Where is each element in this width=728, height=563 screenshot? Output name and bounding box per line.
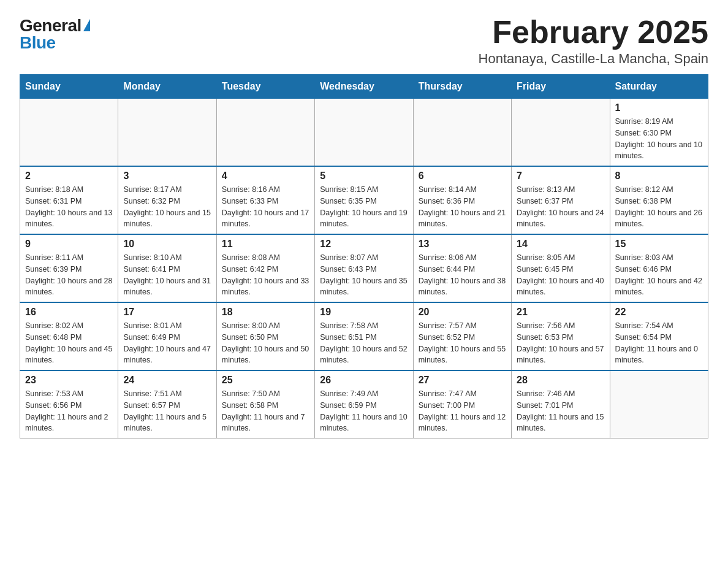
calendar-cell: 5Sunrise: 8:15 AM Sunset: 6:35 PM Daylig… <box>315 166 413 234</box>
calendar-cell <box>512 99 610 167</box>
page-header: General Blue February 2025 Hontanaya, Ca… <box>20 15 708 67</box>
day-number: 2 <box>25 170 113 182</box>
day-info: Sunrise: 7:58 AM Sunset: 6:51 PM Dayligh… <box>320 320 408 366</box>
day-info: Sunrise: 8:03 AM Sunset: 6:46 PM Dayligh… <box>615 252 703 298</box>
calendar-week-row: 16Sunrise: 8:02 AM Sunset: 6:48 PM Dayli… <box>20 302 708 370</box>
weekday-header-monday: Monday <box>118 75 216 99</box>
day-number: 24 <box>123 375 211 386</box>
calendar-cell: 6Sunrise: 8:14 AM Sunset: 6:36 PM Daylig… <box>413 166 511 234</box>
day-number: 10 <box>123 239 211 250</box>
calendar-cell: 12Sunrise: 8:07 AM Sunset: 6:43 PM Dayli… <box>315 234 413 302</box>
calendar-cell: 14Sunrise: 8:05 AM Sunset: 6:45 PM Dayli… <box>512 234 610 302</box>
day-info: Sunrise: 7:47 AM Sunset: 7:00 PM Dayligh… <box>419 388 506 434</box>
weekday-header-wednesday: Wednesday <box>315 75 413 99</box>
calendar-cell <box>216 99 314 167</box>
day-number: 22 <box>615 307 703 318</box>
calendar-cell: 1Sunrise: 8:19 AM Sunset: 6:30 PM Daylig… <box>610 99 708 167</box>
calendar-cell <box>118 99 216 167</box>
calendar-title-block: February 2025 Hontanaya, Castille-La Man… <box>479 15 708 67</box>
day-number: 12 <box>320 239 408 250</box>
day-number: 25 <box>222 375 309 386</box>
calendar-cell <box>413 99 511 167</box>
calendar-cell: 17Sunrise: 8:01 AM Sunset: 6:49 PM Dayli… <box>118 302 216 370</box>
day-number: 9 <box>25 239 113 250</box>
day-info: Sunrise: 8:10 AM Sunset: 6:41 PM Dayligh… <box>123 252 211 298</box>
day-info: Sunrise: 7:46 AM Sunset: 7:01 PM Dayligh… <box>517 388 604 434</box>
day-info: Sunrise: 8:15 AM Sunset: 6:35 PM Dayligh… <box>320 184 408 230</box>
day-number: 17 <box>123 307 211 318</box>
day-info: Sunrise: 8:00 AM Sunset: 6:50 PM Dayligh… <box>222 320 309 366</box>
day-info: Sunrise: 8:13 AM Sunset: 6:37 PM Dayligh… <box>517 184 604 230</box>
calendar-cell <box>315 99 413 167</box>
calendar-cell: 25Sunrise: 7:50 AM Sunset: 6:58 PM Dayli… <box>216 370 314 439</box>
day-number: 19 <box>320 307 408 318</box>
calendar-cell: 9Sunrise: 8:11 AM Sunset: 6:39 PM Daylig… <box>20 234 118 302</box>
logo-blue: Blue <box>20 33 56 52</box>
calendar-cell: 21Sunrise: 7:56 AM Sunset: 6:53 PM Dayli… <box>512 302 610 370</box>
day-info: Sunrise: 8:08 AM Sunset: 6:42 PM Dayligh… <box>222 252 309 298</box>
day-number: 6 <box>419 170 506 182</box>
calendar-cell: 8Sunrise: 8:12 AM Sunset: 6:38 PM Daylig… <box>610 166 708 234</box>
day-info: Sunrise: 7:51 AM Sunset: 6:57 PM Dayligh… <box>123 388 211 434</box>
calendar-cell: 4Sunrise: 8:16 AM Sunset: 6:33 PM Daylig… <box>216 166 314 234</box>
day-info: Sunrise: 8:11 AM Sunset: 6:39 PM Dayligh… <box>25 252 113 298</box>
day-number: 13 <box>419 239 506 250</box>
day-info: Sunrise: 8:05 AM Sunset: 6:45 PM Dayligh… <box>517 252 604 298</box>
day-info: Sunrise: 7:54 AM Sunset: 6:54 PM Dayligh… <box>615 320 703 366</box>
weekday-header-thursday: Thursday <box>413 75 511 99</box>
calendar-cell: 24Sunrise: 7:51 AM Sunset: 6:57 PM Dayli… <box>118 370 216 439</box>
weekday-header-row: SundayMondayTuesdayWednesdayThursdayFrid… <box>20 75 708 99</box>
day-number: 27 <box>419 375 506 386</box>
calendar-cell: 3Sunrise: 8:17 AM Sunset: 6:32 PM Daylig… <box>118 166 216 234</box>
day-info: Sunrise: 8:17 AM Sunset: 6:32 PM Dayligh… <box>123 184 211 230</box>
day-number: 18 <box>222 307 309 318</box>
calendar-week-row: 23Sunrise: 7:53 AM Sunset: 6:56 PM Dayli… <box>20 370 708 439</box>
logo-general: General <box>20 17 82 34</box>
day-info: Sunrise: 8:02 AM Sunset: 6:48 PM Dayligh… <box>25 320 113 366</box>
calendar-week-row: 2Sunrise: 8:18 AM Sunset: 6:31 PM Daylig… <box>20 166 708 234</box>
day-info: Sunrise: 8:06 AM Sunset: 6:44 PM Dayligh… <box>419 252 506 298</box>
calendar-cell: 22Sunrise: 7:54 AM Sunset: 6:54 PM Dayli… <box>610 302 708 370</box>
weekday-header-sunday: Sunday <box>20 75 118 99</box>
day-info: Sunrise: 8:12 AM Sunset: 6:38 PM Dayligh… <box>615 184 703 230</box>
logo: General Blue <box>20 17 90 52</box>
day-number: 4 <box>222 170 309 182</box>
day-number: 23 <box>25 375 113 386</box>
day-number: 20 <box>419 307 506 318</box>
calendar-cell: 28Sunrise: 7:46 AM Sunset: 7:01 PM Dayli… <box>512 370 610 439</box>
calendar-cell: 13Sunrise: 8:06 AM Sunset: 6:44 PM Dayli… <box>413 234 511 302</box>
day-number: 28 <box>517 375 604 386</box>
calendar-cell: 18Sunrise: 8:00 AM Sunset: 6:50 PM Dayli… <box>216 302 314 370</box>
day-info: Sunrise: 8:19 AM Sunset: 6:30 PM Dayligh… <box>615 116 703 162</box>
calendar-cell: 2Sunrise: 8:18 AM Sunset: 6:31 PM Daylig… <box>20 166 118 234</box>
calendar-week-row: 9Sunrise: 8:11 AM Sunset: 6:39 PM Daylig… <box>20 234 708 302</box>
calendar-cell: 11Sunrise: 8:08 AM Sunset: 6:42 PM Dayli… <box>216 234 314 302</box>
day-info: Sunrise: 8:18 AM Sunset: 6:31 PM Dayligh… <box>25 184 113 230</box>
day-info: Sunrise: 7:49 AM Sunset: 6:59 PM Dayligh… <box>320 388 408 434</box>
day-number: 15 <box>615 239 703 250</box>
day-number: 14 <box>517 239 604 250</box>
day-info: Sunrise: 7:53 AM Sunset: 6:56 PM Dayligh… <box>25 388 113 434</box>
day-number: 26 <box>320 375 408 386</box>
calendar-week-row: 1Sunrise: 8:19 AM Sunset: 6:30 PM Daylig… <box>20 99 708 167</box>
weekday-header-saturday: Saturday <box>610 75 708 99</box>
calendar-cell: 27Sunrise: 7:47 AM Sunset: 7:00 PM Dayli… <box>413 370 511 439</box>
calendar-cell: 15Sunrise: 8:03 AM Sunset: 6:46 PM Dayli… <box>610 234 708 302</box>
calendar-cell: 23Sunrise: 7:53 AM Sunset: 6:56 PM Dayli… <box>20 370 118 439</box>
day-number: 3 <box>123 170 211 182</box>
day-number: 11 <box>222 239 309 250</box>
day-number: 16 <box>25 307 113 318</box>
calendar-cell <box>610 370 708 439</box>
calendar-cell: 7Sunrise: 8:13 AM Sunset: 6:37 PM Daylig… <box>512 166 610 234</box>
calendar-cell: 16Sunrise: 8:02 AM Sunset: 6:48 PM Dayli… <box>20 302 118 370</box>
day-info: Sunrise: 7:57 AM Sunset: 6:52 PM Dayligh… <box>419 320 506 366</box>
day-number: 5 <box>320 170 408 182</box>
day-info: Sunrise: 8:07 AM Sunset: 6:43 PM Dayligh… <box>320 252 408 298</box>
weekday-header-friday: Friday <box>512 75 610 99</box>
day-info: Sunrise: 7:50 AM Sunset: 6:58 PM Dayligh… <box>222 388 309 434</box>
logo-triangle-icon <box>83 19 90 31</box>
calendar-title: February 2025 <box>479 15 708 50</box>
day-number: 21 <box>517 307 604 318</box>
day-info: Sunrise: 8:14 AM Sunset: 6:36 PM Dayligh… <box>419 184 506 230</box>
calendar-subtitle: Hontanaya, Castille-La Mancha, Spain <box>479 51 708 67</box>
